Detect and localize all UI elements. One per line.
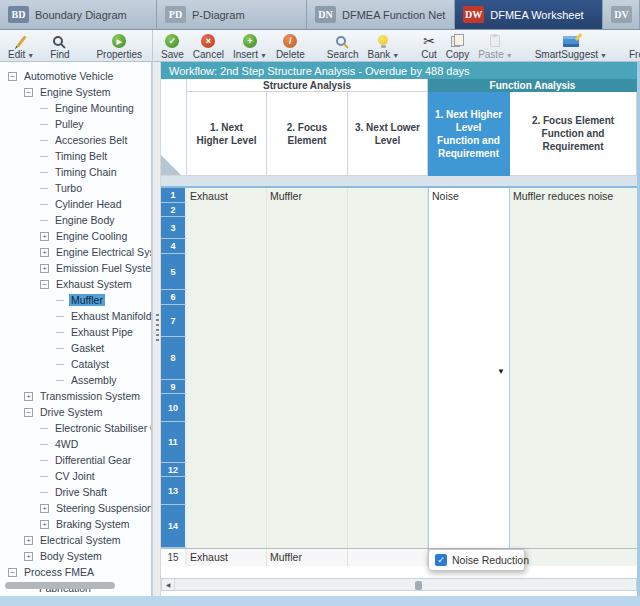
cell-r6-c2[interactable] [267, 290, 348, 305]
collapse-toggle-icon[interactable]: − [24, 88, 33, 97]
main-horizontal-scrollbar[interactable]: ◀ [161, 578, 637, 591]
cell-r13-c3[interactable] [348, 477, 428, 505]
tree-item-timing-belt[interactable]: Timing Belt [0, 148, 151, 164]
tree-item-timing-chain[interactable]: Timing Chain [0, 164, 151, 180]
row-header-15[interactable]: 15 [161, 549, 187, 566]
cell-r12-c2[interactable] [267, 463, 348, 477]
cell-r3-c4[interactable] [428, 217, 510, 239]
cell-r11-c5[interactable] [510, 422, 637, 463]
tree-item-differential-gear[interactable]: Differential Gear [0, 452, 151, 468]
row-header-5[interactable]: 5 [161, 254, 187, 290]
cell-r14-c5[interactable] [510, 505, 637, 548]
column-header-2-focus-element[interactable]: 2. Focus Element [267, 92, 348, 176]
tree-item-muffler[interactable]: Muffler [0, 292, 151, 308]
cell-r14-c4[interactable] [428, 505, 510, 548]
cell-r8-c2[interactable] [267, 337, 348, 380]
cell-r13-c4[interactable] [428, 477, 510, 505]
cell-r3-c2[interactable] [267, 217, 348, 239]
expand-toggle-icon[interactable]: + [24, 536, 33, 545]
insert-button[interactable]: +Insert▼ [233, 33, 267, 61]
cell-r11-c4[interactable] [428, 422, 510, 463]
cell-r8-c5[interactable] [510, 337, 637, 380]
expand-toggle-icon[interactable]: + [40, 248, 49, 257]
cell-r10-c4[interactable] [428, 394, 510, 422]
cell-r7-c1[interactable] [187, 305, 267, 337]
cell-r4-c4[interactable] [428, 239, 510, 254]
cell-r2-c1[interactable] [187, 203, 267, 217]
row-header-3[interactable]: 3 [161, 217, 187, 239]
tree-item-cv-joint[interactable]: CV Joint [0, 468, 151, 484]
tab-dfmea-function-net[interactable]: DNDFMEA Function Net [307, 0, 455, 29]
cell-r10-c1[interactable] [187, 394, 267, 422]
tree-item-assembly[interactable]: Assembly [0, 372, 151, 388]
cell-r2-c5[interactable] [510, 203, 637, 217]
column-header-2-focus-element-function-and-requirement[interactable]: 2. Focus Element Function and Requiremen… [510, 92, 637, 176]
cell-r1-c1-exhaust-system[interactable]: Exhaust System [187, 188, 267, 203]
tree-item-engine-electrical-system[interactable]: +Engine Electrical System [0, 244, 151, 260]
main-horizontal-scrollbar-thumb[interactable] [415, 581, 422, 590]
tree-item-accesories-belt[interactable]: Accesories Belt [0, 132, 151, 148]
tree-item-drive-shaft[interactable]: Drive Shaft [0, 484, 151, 500]
cell-r15-c3[interactable] [348, 549, 428, 566]
cell-r10-c3[interactable] [348, 394, 428, 422]
cut-button[interactable]: ✂Cut [421, 33, 437, 61]
tab-boundary-diagram[interactable]: BDBoundary Diagram [0, 0, 157, 29]
cell-r14-c2[interactable] [267, 505, 348, 548]
cell-r12-c4[interactable] [428, 463, 510, 477]
row-header-11[interactable]: 11 [161, 422, 187, 463]
cell-r7-c2[interactable] [267, 305, 348, 337]
cell-r7-c3[interactable] [348, 305, 428, 337]
cell-r4-c1[interactable] [187, 239, 267, 254]
tree-item-engine-cooling[interactable]: +Engine Cooling [0, 228, 151, 244]
tree-item-pulley[interactable]: Pulley [0, 116, 151, 132]
tree-item-engine-mounting[interactable]: Engine Mounting [0, 100, 151, 116]
properties-button[interactable]: ▶Properties [96, 33, 142, 61]
sidebar-horizontal-scrollbar-thumb[interactable] [5, 582, 115, 589]
tree-item-catalyst[interactable]: Catalyst [0, 356, 151, 372]
cell-r2-c4[interactable] [428, 203, 510, 217]
tab-p-diagram[interactable]: PDP-Diagram [157, 0, 307, 29]
cell-r2-c3[interactable] [348, 203, 428, 217]
tree-item-braking-system[interactable]: +Braking System [0, 516, 151, 532]
cell-r3-c5[interactable] [510, 217, 637, 239]
tree-item-cylinder-head[interactable]: Cylinder Head [0, 196, 151, 212]
row-header-1[interactable]: 1 [161, 188, 187, 203]
noise-reduction-checkbox[interactable]: ✓ [435, 554, 447, 566]
cell-r15-c5[interactable] [510, 549, 637, 566]
row-header-2[interactable]: 2 [161, 203, 187, 217]
cell-r11-c1[interactable] [187, 422, 267, 463]
tab-dv[interactable]: DV [603, 0, 640, 29]
cancel-button[interactable]: ×Cancel [193, 33, 224, 61]
search-button[interactable]: Search [327, 33, 359, 61]
tree-item-transmission-system[interactable]: +Transmission System [0, 388, 151, 404]
cell-r3-c1[interactable] [187, 217, 267, 239]
cell-r3-c3[interactable] [348, 217, 428, 239]
row-header-12[interactable]: 12 [161, 463, 187, 477]
cell-r4-c3[interactable] [348, 239, 428, 254]
tree-item-exhaust-manifold[interactable]: Exhaust Manifold [0, 308, 151, 324]
row-header-4[interactable]: 4 [161, 239, 187, 254]
cell-r9-c4[interactable] [428, 380, 510, 394]
cell-r6-c1[interactable] [187, 290, 267, 305]
tab-dfmea-worksheet[interactable]: DWDFMEA Worksheet [455, 0, 603, 29]
cell-r6-c4[interactable] [428, 290, 510, 305]
cell-r13-c5[interactable] [510, 477, 637, 505]
smartsuggest-button[interactable]: SmartSuggest▼ [535, 33, 607, 61]
cell-r12-c3[interactable] [348, 463, 428, 477]
cell-r5-c1[interactable] [187, 254, 267, 290]
tree-item-automotive-vehicle[interactable]: −Automotive Vehicle [0, 68, 151, 84]
freeze-columns-button[interactable]: Freeze Columns [629, 33, 640, 61]
edit-button[interactable]: Edit▼ [8, 33, 34, 61]
cell-r11-c2[interactable] [267, 422, 348, 463]
sidebar-splitter[interactable] [153, 62, 161, 596]
cell-r10-c5[interactable] [510, 394, 637, 422]
cell-r8-c1[interactable] [187, 337, 267, 380]
row-header-8[interactable]: 8 [161, 337, 187, 380]
expand-toggle-icon[interactable]: + [40, 232, 49, 241]
copy-button[interactable]: Copy [446, 33, 469, 61]
cell-r12-c1[interactable] [187, 463, 267, 477]
cell-dropdown-arrow-icon[interactable]: ▼ [497, 368, 505, 376]
grid-corner-cell[interactable] [161, 79, 187, 176]
tree-item-gasket[interactable]: Gasket [0, 340, 151, 356]
delete-button[interactable]: /Delete [276, 33, 305, 61]
